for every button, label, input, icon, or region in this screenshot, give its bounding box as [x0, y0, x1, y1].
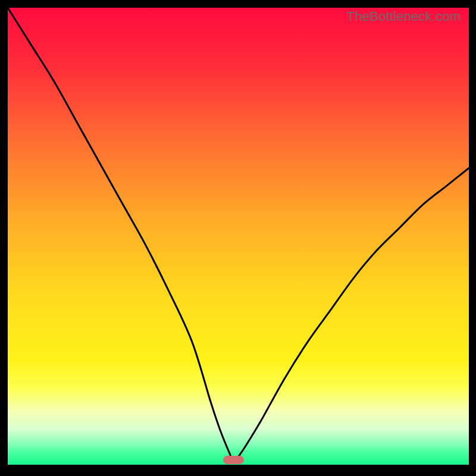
x-axis-baseline: [8, 465, 469, 466]
plot-area: TheBottleneck.com: [8, 8, 469, 466]
chart-stage: TheBottleneck.com: [0, 0, 476, 476]
bottleneck-curve: [8, 8, 469, 466]
